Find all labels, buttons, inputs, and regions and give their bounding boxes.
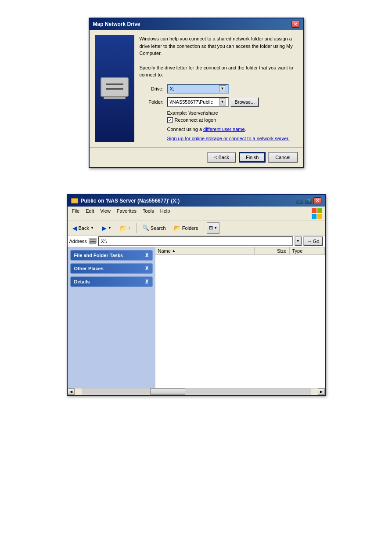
dialog-text-area: Windows can help you connect to a shared… xyxy=(140,35,298,142)
menu-favorites[interactable]: Favorites xyxy=(114,207,139,220)
address-bar: Address X:\ ▼ → Go xyxy=(68,236,325,247)
folders-button[interactable]: 📂 Folders xyxy=(171,222,201,234)
connect-text: Connect using a xyxy=(167,127,204,132)
explorer-title-left: Public on 'NAS Server (Nas556677)' (X:) xyxy=(71,198,180,204)
details-panel: Details ⊻ xyxy=(70,276,153,287)
explorer-maximize-button[interactable]: □ xyxy=(305,197,313,204)
explorer-folder-icon xyxy=(71,198,78,203)
horizontal-scrollbar[interactable]: ◀ ▶ xyxy=(68,388,325,395)
back-nav-button[interactable]: ◀ Back ▼ xyxy=(69,222,97,234)
other-places-arrow: ⊻ xyxy=(145,265,149,272)
folder-input[interactable]: \\NAS556677\Public ▼ xyxy=(167,97,229,107)
menu-tools[interactable]: Tools xyxy=(140,207,157,220)
file-list-area xyxy=(155,255,325,378)
menu-view[interactable]: View xyxy=(97,207,113,220)
dialog-footer: < Back Finish Cancel xyxy=(90,147,303,167)
cancel-button[interactable]: Cancel xyxy=(268,152,297,163)
forward-nav-button[interactable]: ▶ ▼ xyxy=(99,222,115,234)
explorer-body: File and Folder Tasks ⊻ Other Places ⊻ D… xyxy=(68,247,325,388)
dialog-close-button[interactable]: ✕ xyxy=(291,21,299,28)
go-arrow-icon: → xyxy=(307,238,312,244)
search-label: Search xyxy=(151,225,166,231)
scroll-thumb[interactable] xyxy=(150,388,185,395)
back-dropdown-icon: ▼ xyxy=(90,226,94,230)
folder-input-wrapper: \\NAS556677\Public ▼ Browse... xyxy=(167,97,259,107)
signup-link[interactable]: Sign up for online storage or connect to… xyxy=(167,135,298,142)
svg-rect-0 xyxy=(312,208,316,213)
address-input[interactable]: X:\ xyxy=(98,236,293,246)
reconnect-checkbox[interactable]: ✓ xyxy=(167,117,173,123)
dialog-window: Map Network Drive ✕ Windows can help you… xyxy=(89,18,304,168)
address-label: Address xyxy=(69,239,87,244)
back-arrow-icon: ◀ xyxy=(72,225,77,232)
column-type[interactable]: Type xyxy=(290,247,325,254)
back-label: Back xyxy=(79,225,89,231)
address-dropdown-arrow[interactable]: ▼ xyxy=(295,236,302,246)
address-value: X:\ xyxy=(101,239,107,244)
up-folder-icon: 📁 xyxy=(119,225,127,232)
dialog-icon-area xyxy=(95,35,134,142)
folder-dropdown-arrow[interactable]: ▼ xyxy=(219,98,226,105)
file-folder-tasks-header[interactable]: File and Folder Tasks ⊻ xyxy=(71,250,152,260)
menu-help[interactable]: Help xyxy=(158,207,173,220)
explorer-minimize-button[interactable]: _ xyxy=(296,197,304,204)
go-button[interactable]: → Go xyxy=(303,236,323,246)
scroll-right-arrow[interactable]: ▶ xyxy=(318,388,325,395)
explorer-titlebar-buttons: _ □ ✕ xyxy=(296,197,321,204)
dialog-subtitle: Specify the drive letter for the connect… xyxy=(140,64,298,79)
svg-rect-3 xyxy=(317,214,322,219)
views-button[interactable]: ⊞ ▼ xyxy=(207,222,219,234)
different-user-link[interactable]: different user name xyxy=(203,127,245,132)
toolbar-sep-2 xyxy=(204,223,204,233)
search-icon: 🔍 xyxy=(142,225,149,231)
drive-row: Drive: X: ▼ xyxy=(140,84,298,94)
column-type-label: Type xyxy=(292,248,303,254)
column-size-label: Size xyxy=(277,248,286,254)
address-drive-icon xyxy=(89,238,97,244)
toolbar-sep-1 xyxy=(136,223,137,233)
up-nav-button[interactable]: 📁 ↑ xyxy=(116,222,133,234)
forward-arrow-icon: ▶ xyxy=(102,225,107,232)
folders-label: Folders xyxy=(182,225,198,231)
other-places-panel: Other Places ⊻ xyxy=(70,263,153,274)
drive-slot-2 xyxy=(106,88,123,90)
reconnect-checkbox-row: ✓ Reconnect at logon xyxy=(167,117,298,123)
search-button[interactable]: 🔍 Search xyxy=(139,222,169,234)
menu-file[interactable]: File xyxy=(69,207,83,220)
drive-select[interactable]: X: ▼ xyxy=(167,84,229,94)
explorer-close-button[interactable]: ✕ xyxy=(313,197,321,204)
explorer-window: Public on 'NAS Server (Nas556677)' (X:) … xyxy=(67,194,326,396)
reconnect-label: Reconnect at logon xyxy=(175,117,216,123)
scroll-left-arrow[interactable]: ◀ xyxy=(68,388,75,395)
browse-button[interactable]: Browse... xyxy=(230,97,259,107)
menu-edit[interactable]: Edit xyxy=(83,207,97,220)
explorer-titlebar: Public on 'NAS Server (Nas556677)' (X:) … xyxy=(68,195,325,207)
other-places-header[interactable]: Other Places ⊻ xyxy=(71,264,152,273)
dialog-content: Windows can help you connect to a shared… xyxy=(90,30,303,147)
folders-icon: 📂 xyxy=(174,225,181,231)
details-header[interactable]: Details ⊻ xyxy=(71,277,152,287)
drive-dropdown-arrow[interactable]: ▼ xyxy=(219,85,226,92)
explorer-sidebar: File and Folder Tasks ⊻ Other Places ⊻ D… xyxy=(68,247,155,388)
other-places-label: Other Places xyxy=(74,266,104,271)
explorer-window-wrapper: Public on 'NAS Server (Nas556677)' (X:) … xyxy=(67,194,326,396)
svg-rect-2 xyxy=(312,214,316,219)
up-arrow-icon: ↑ xyxy=(128,225,130,230)
file-folder-tasks-label: File and Folder Tasks xyxy=(74,253,123,258)
file-column-headers: Name ▲ Size Type xyxy=(155,247,325,255)
back-button[interactable]: < Back xyxy=(207,152,236,163)
details-arrow: ⊻ xyxy=(145,279,149,285)
network-drive-icon xyxy=(101,77,129,99)
example-text: Example: \\server\share xyxy=(167,110,298,116)
finish-button[interactable]: Finish xyxy=(239,152,266,163)
column-name[interactable]: Name ▲ xyxy=(155,247,255,254)
dialog-description: Windows can help you connect to a shared… xyxy=(140,35,298,57)
scroll-track[interactable] xyxy=(82,388,311,395)
column-size[interactable]: Size xyxy=(255,247,290,254)
forward-dropdown-icon: ▼ xyxy=(108,226,111,230)
explorer-title: Public on 'NAS Server (Nas556677)' (X:) xyxy=(81,198,180,204)
connect-after: . xyxy=(245,127,246,132)
drive-body xyxy=(101,77,129,97)
drive-base xyxy=(104,97,126,99)
file-view: Name ▲ Size Type xyxy=(155,247,325,388)
